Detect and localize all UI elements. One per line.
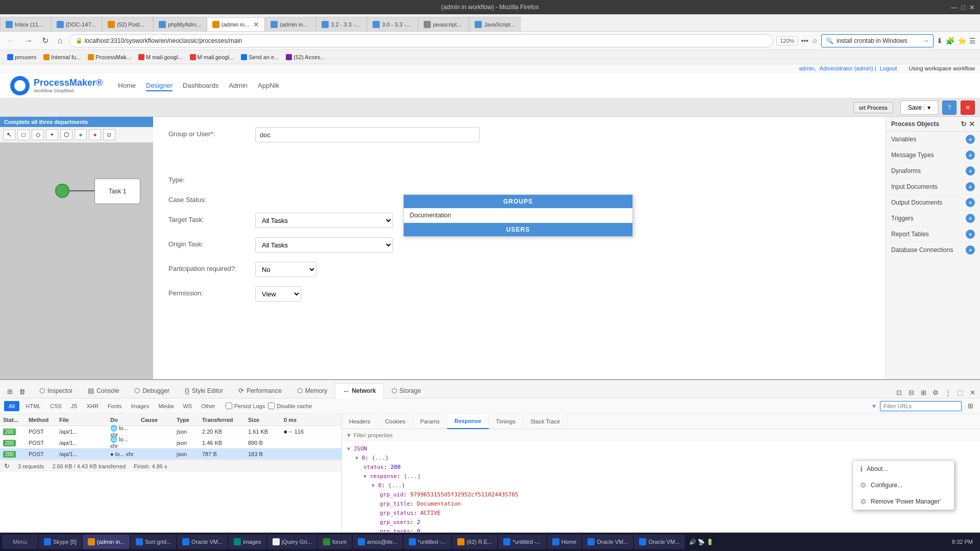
taskbar-item-jquery[interactable]: jQuery Gri... xyxy=(267,535,317,549)
bookmark-52access[interactable]: (52) Acces... xyxy=(283,53,328,61)
devtools-tab-debugger[interactable]: ⬡ Debugger xyxy=(127,383,177,398)
taskbar-item-62r[interactable]: (62) R.E... xyxy=(452,535,497,549)
tool-circle-green[interactable]: ● xyxy=(75,129,87,140)
tab-32[interactable]: 3.2 - 3.3 -... xyxy=(316,17,367,31)
forward-btn[interactable]: → xyxy=(21,35,36,46)
context-menu-remove[interactable]: ⚙ Remove 'Power Manager' xyxy=(853,493,954,510)
nav-dashboards[interactable]: Dashboards xyxy=(183,80,218,91)
search-bar[interactable]: 🔍 install crontab in Windows → xyxy=(821,34,934,47)
persist-logs-checkbox[interactable] xyxy=(226,403,232,409)
back-btn[interactable]: ← xyxy=(4,35,18,46)
tab-js[interactable]: javascript... xyxy=(418,17,469,31)
tab-inbox[interactable]: Inbox (11... xyxy=(0,17,51,31)
maximize-btn[interactable]: □ xyxy=(961,4,965,11)
filter-html[interactable]: HTML xyxy=(22,401,44,411)
devtools-tab-console[interactable]: ▤ Console xyxy=(80,383,127,398)
tool-face[interactable]: ☺ xyxy=(103,129,115,140)
col-header-domain[interactable]: Do xyxy=(107,417,138,423)
devtools-layout-icon2[interactable]: ⊟ xyxy=(905,387,917,398)
tab-30[interactable]: 3.0 - 3.3 -... xyxy=(367,17,418,31)
devtools-settings-icon[interactable]: ⚙ xyxy=(930,387,941,398)
taskbar-item-home[interactable]: Home xyxy=(547,535,581,549)
tool-plus[interactable]: + xyxy=(46,129,58,140)
report-tables-add-btn[interactable]: + xyxy=(966,230,975,239)
devtools-tab-memory[interactable]: ⬡ Memory xyxy=(289,383,335,398)
filter-media[interactable]: Media xyxy=(155,401,177,411)
taskbar-item-untitled2[interactable]: *untitled -... xyxy=(498,535,546,549)
tab-phpmyadmin[interactable]: phpMyAdm... xyxy=(153,17,207,31)
network-row-3[interactable]: 200 POST /api/1... ● lo... xhr json 787 … xyxy=(0,448,341,460)
response-tab-timings[interactable]: Timings xyxy=(489,414,523,429)
panel-refresh-icon[interactable]: ↻ xyxy=(961,120,967,128)
star-icon[interactable]: ⭐ xyxy=(958,37,966,45)
canvas-area[interactable]: → Task 1 xyxy=(0,143,153,379)
tab-doc[interactable]: [DOC-147... xyxy=(51,17,102,31)
tab-close-icon[interactable]: ✕ xyxy=(253,20,259,29)
panel-item-triggers[interactable]: Triggers + xyxy=(886,211,980,227)
download-icon[interactable]: ⬇ xyxy=(937,37,943,45)
filter-urls-input[interactable] xyxy=(880,401,962,411)
panel-close-icon[interactable]: ✕ xyxy=(969,120,975,128)
tab-js2[interactable]: JavaScript... xyxy=(469,17,521,31)
taskbar-item-skype[interactable]: Skype [5] xyxy=(39,535,82,549)
devtools-tab-inspector[interactable]: ⬡ Inspector xyxy=(32,383,80,398)
network-row-1[interactable]: 200 POST /api/1... 🌐 lo... xhr json 2.20… xyxy=(0,426,341,437)
minimize-btn[interactable]: — xyxy=(950,4,957,11)
devtools-pick-icon[interactable]: ⊞ xyxy=(4,386,15,397)
response-tab-headers[interactable]: Headers xyxy=(342,414,378,429)
devtools-close-icon[interactable]: ✕ xyxy=(967,387,978,398)
filter-js[interactable]: JS xyxy=(68,401,81,411)
taskbar-item-images[interactable]: images xyxy=(229,535,266,549)
triggers-add-btn[interactable]: + xyxy=(966,214,975,223)
db-connections-add-btn[interactable]: + xyxy=(966,245,975,255)
col-header-time[interactable]: 0 ms xyxy=(281,417,311,423)
tool-diamond[interactable]: ◇ xyxy=(32,129,44,140)
logout-link[interactable]: Logout xyxy=(880,65,897,71)
nav-admin[interactable]: Admin xyxy=(229,80,248,91)
tab-post[interactable]: (52) Post... xyxy=(102,17,153,31)
panel-item-dynaforms[interactable]: Dynaforms + xyxy=(886,163,980,179)
bookmark-icon[interactable]: ☆ xyxy=(812,37,818,45)
filter-css[interactable]: CSS xyxy=(47,401,65,411)
tool-circle-red[interactable]: ● xyxy=(89,129,101,140)
bookmark-pmusers[interactable]: pmusers xyxy=(4,53,39,61)
filter-other[interactable]: Other xyxy=(198,401,218,411)
task-node[interactable]: Task 1 xyxy=(94,179,140,204)
message-types-add-btn[interactable]: + xyxy=(966,151,975,160)
bookmark-send[interactable]: Send an e... xyxy=(238,53,282,61)
close-btn[interactable]: ✕ xyxy=(969,4,975,11)
devtools-tab-style-editor[interactable]: {} Style Editor xyxy=(177,383,231,398)
panel-item-report-tables[interactable]: Report Tables + xyxy=(886,227,980,242)
tool-hex[interactable]: ⬡ xyxy=(60,129,72,140)
taskbar-item-oracle3[interactable]: Oracle VM... xyxy=(634,535,684,549)
tab-admin-active[interactable]: (admin in...✕ xyxy=(207,17,265,32)
tool-rect[interactable]: □ xyxy=(17,129,30,140)
admin-link[interactable]: Administrator (admin) xyxy=(820,65,873,71)
filter-fonts[interactable]: Fonts xyxy=(105,401,125,411)
variables-add-btn[interactable]: + xyxy=(966,135,975,144)
devtools-layout-icon1[interactable]: ⊡ xyxy=(893,387,904,398)
nav-appnik[interactable]: AppNik xyxy=(258,80,279,91)
network-expand-icon[interactable]: ⊞ xyxy=(965,400,976,412)
dropdown-item-documentation[interactable]: Documentation xyxy=(404,208,632,223)
network-row-2[interactable]: 200 POST /api/1... 🌐 lo... xhr json 1.46… xyxy=(0,437,341,448)
devtools-tab-storage[interactable]: ⬡ Storage xyxy=(384,383,429,398)
devtools-tab-performance[interactable]: ⟳ Performance xyxy=(231,383,289,398)
response-tab-stack-trace[interactable]: Stack Trace xyxy=(523,414,568,429)
col-header-file[interactable]: File xyxy=(56,417,107,423)
input-docs-add-btn[interactable]: + xyxy=(966,182,975,191)
extensions-icon[interactable]: 🧩 xyxy=(946,37,954,45)
import-process-btn[interactable]: ort Process xyxy=(853,102,893,113)
help-btn[interactable]: ? xyxy=(942,101,957,115)
col-header-method[interactable]: Method xyxy=(26,417,56,423)
zoom-badge[interactable]: 120% xyxy=(776,36,798,45)
taskbar-item-oracle[interactable]: Oracle VM... xyxy=(177,535,228,549)
save-btn[interactable]: Save ▾ xyxy=(900,101,938,115)
bookmark-processmaker[interactable]: ProcessMak... xyxy=(85,53,134,61)
devtools-trash-icon[interactable]: 🗑 xyxy=(16,386,28,397)
bookmark-mail2[interactable]: M mail.googl... xyxy=(187,53,237,61)
menu-icon[interactable]: ☰ xyxy=(969,37,976,45)
reload-icon[interactable]: ↻ xyxy=(4,462,10,470)
context-menu-configure[interactable]: ⚙ Configure... xyxy=(853,477,954,493)
taskbar-item-amos[interactable]: amos@de... xyxy=(353,535,402,549)
